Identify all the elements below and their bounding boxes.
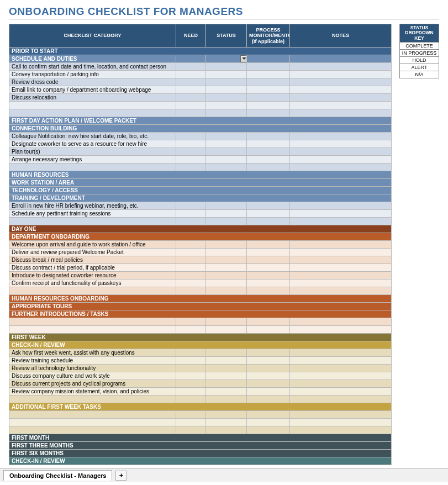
add-sheet-button[interactable]: + xyxy=(115,471,127,481)
status-cell-active[interactable]: COMPLETE IN PROGRESS HOLD ALERT N/A xyxy=(206,55,247,63)
task-item[interactable]: Review dress code xyxy=(9,78,176,86)
col-header-status: STATUS xyxy=(206,24,247,48)
task-item[interactable]: Introduce to designated coworker resourc… xyxy=(9,272,176,280)
task-item[interactable]: Schedule any pertinant training sessions xyxy=(9,210,176,218)
key-item: COMPLETE xyxy=(400,43,439,50)
section-additional-first-week: ADDITIONAL FIRST WEEK TASKS xyxy=(9,403,392,411)
key-header: STATUS DROPDOWN KEY xyxy=(400,24,439,43)
key-item: ALERT xyxy=(400,64,439,71)
dropdown-trigger-icon[interactable] xyxy=(240,55,247,62)
section-schedule-duties: SCHEDULE AND DUTIES xyxy=(9,55,176,63)
task-item[interactable]: Convey transportation / parking info xyxy=(9,71,176,78)
task-item[interactable]: Deliver and review prepared Welcome Pack… xyxy=(9,249,176,256)
section-first-day-plan: FIRST DAY ACTION PLAN / WELCOME PACKET xyxy=(9,117,392,125)
section-first-month: FIRST MONTH xyxy=(9,434,392,442)
section-first-three-months: FIRST THREE MONTHS xyxy=(9,442,392,450)
col-header-category: CHECKLIST CATEGORY xyxy=(9,24,176,48)
section-work-station: WORK STATION / AREA xyxy=(9,179,392,187)
section-day-one: DAY ONE xyxy=(9,225,392,233)
page-title: ONBOARDING CHECKLIST FOR MANAGERS xyxy=(9,6,439,19)
status-key-table: STATUS DROPDOWN KEY COMPLETE IN PROGRESS… xyxy=(399,24,439,78)
task-item[interactable]: Discuss break / meal policies xyxy=(9,256,176,264)
task-item[interactable]: Call to confirm start date and time, loc… xyxy=(9,63,176,71)
col-header-need: NEED xyxy=(176,24,206,48)
sheet-tab-active[interactable]: Onboarding Checklist - Managers xyxy=(3,470,112,481)
task-item[interactable]: Discuss contract / trial period, if appl… xyxy=(9,264,176,272)
task-item[interactable]: Arrange necessary meetings xyxy=(9,156,176,164)
task-item[interactable]: Enroll in new hire HR briefing webinar, … xyxy=(9,202,176,210)
task-item[interactable]: Review all technology functionality xyxy=(9,365,176,372)
section-connection-building: CONNECTION BUILDING xyxy=(9,125,392,133)
section-checkin-review-2: CHECK-IN / REVIEW xyxy=(9,457,392,465)
section-tech-access: TECHNOLOGY / ACCESS xyxy=(9,187,392,194)
sheet-tabs: Onboarding Checklist - Managers + xyxy=(0,468,448,482)
section-training-dev: TRAINING / DEVELOPMENT xyxy=(9,194,392,202)
task-item[interactable]: Welcome upon arrival and guide to work s… xyxy=(9,241,176,249)
col-header-process: PROCESS MONITOR/MENTOR (If Applicable) xyxy=(247,24,290,48)
key-item: HOLD xyxy=(400,57,439,64)
section-hr-onboarding: HUMAN RESOURCES ONBOARDING xyxy=(9,295,392,303)
section-prior-to-start: PRIOR TO START xyxy=(9,48,392,55)
task-item[interactable]: Ask how first week went, assist with any… xyxy=(9,349,176,357)
task-item[interactable]: Plan tour(s) xyxy=(9,148,176,156)
section-human-resources: HUMAN RESOURCES xyxy=(9,171,392,179)
task-item[interactable]: Colleague Notification: new hire start d… xyxy=(9,133,176,140)
task-item[interactable]: Review company mission statement, vision… xyxy=(9,388,176,396)
section-dept-onboarding: DEPARTMENT ONBOARDING xyxy=(9,233,392,241)
task-item[interactable]: Review training schedule xyxy=(9,357,176,365)
key-item: N/A xyxy=(400,71,439,78)
task-item[interactable]: Discuss relocation xyxy=(9,94,176,102)
task-item[interactable]: Discuss company culture and work style xyxy=(9,372,176,380)
task-item[interactable]: Designate coworker to serve as a resourc… xyxy=(9,140,176,148)
col-header-notes: NOTES xyxy=(290,24,392,48)
key-item: IN PROGRESS xyxy=(400,50,439,57)
section-further-intros: FURTHER INTRODUCTIONS / TASKS xyxy=(9,310,392,318)
task-item[interactable]: Confirm receipt and functionality of pas… xyxy=(9,280,176,287)
section-first-six-months: FIRST SIX MONTHS xyxy=(9,450,392,457)
section-checkin-review: CHECK-IN / REVIEW xyxy=(9,341,392,349)
section-appropriate-tours: APPROPRIATE TOURS xyxy=(9,303,392,310)
checklist-table: CHECKLIST CATEGORY NEED STATUS PROCESS M… xyxy=(9,24,392,465)
task-item[interactable]: Discuss current projects and cyclical pr… xyxy=(9,380,176,388)
section-first-week: FIRST WEEK xyxy=(9,334,392,341)
task-item[interactable]: Email link to company / department onboa… xyxy=(9,86,176,94)
